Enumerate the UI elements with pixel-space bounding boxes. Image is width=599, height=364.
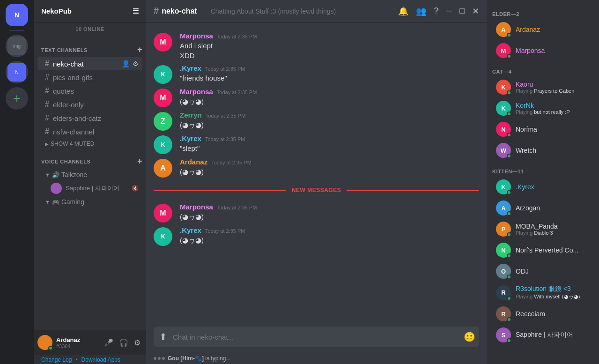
member-item-norfs-perverted[interactable]: N Norf's Perverted Co... (490, 240, 595, 260)
user-settings-button[interactable]: ⚙ (132, 336, 142, 349)
add-text-channel-button[interactable]: + (137, 45, 142, 55)
avatar: A (154, 159, 172, 178)
member-item-kaoru[interactable]: K Kaoru Playing Prayers to Gaben (490, 77, 595, 97)
message-author[interactable]: Marponsa (180, 88, 213, 96)
chat-input[interactable] (173, 328, 460, 346)
voice-user-sapphire[interactable]: Sapphire | 사파이어 🔇 (37, 181, 142, 195)
avatar: K (154, 65, 172, 84)
download-apps-link[interactable]: Download Apps (81, 357, 120, 363)
bell-icon[interactable]: 🔔 (398, 6, 408, 16)
voice-channel-label: Talkzone (61, 171, 87, 178)
help-icon[interactable]: ? (434, 6, 438, 16)
channel-item-quotes[interactable]: # quotes (37, 84, 142, 97)
voice-icon: 🔊 (52, 171, 59, 178)
channel-item-nsfw-channel[interactable]: # nsfw-channel (37, 125, 142, 138)
members-section-cat: CAT—4 (487, 61, 599, 76)
member-name: Norf's Perverted Co... (516, 246, 590, 254)
member-item-r3solution[interactable]: R R3solution 眼鏡 <3 Playing With myself (… (490, 282, 595, 303)
message-content: .Kyrex Today at 2:35 PM "slept" (180, 134, 479, 154)
member-info: Wretch (516, 147, 590, 154)
current-user-avatar (37, 335, 52, 350)
message-header: Ardanaz Today at 2:35 PM (180, 158, 479, 166)
message-text: (◕ヮ◕) (180, 212, 479, 222)
server-menu-icon[interactable]: ☰ (133, 7, 139, 15)
member-item-odj[interactable]: O ODJ (490, 261, 595, 282)
add-voice-channel-button[interactable]: + (137, 156, 142, 166)
show-muted-label: SHOW 4 MUTED (51, 141, 94, 147)
voice-channels-header[interactable]: VOICE CHANNELS + (34, 149, 146, 168)
close-icon[interactable]: ✕ (472, 6, 479, 16)
new-messages-label: NEW MESSAGES (286, 187, 347, 193)
member-activity: Playing but not really :P (516, 109, 590, 115)
current-user-info: Ardanaz #3364 (56, 336, 98, 349)
message-group: M Marponsa Today at 2:35 PM (◕ヮ◕) (146, 86, 487, 109)
channel-item-elders-and-catz[interactable]: # elders-and-catz (37, 111, 142, 125)
member-item-sapphire[interactable]: S Sapphire | 사파이어 (490, 325, 595, 345)
message-content: Marponsa Today at 2:35 PM And i sleptXDD (180, 32, 479, 60)
message-author[interactable]: Zerryn (180, 111, 202, 119)
members-icon[interactable]: 👥 (416, 6, 426, 16)
invite-icon[interactable]: 👤 (122, 60, 130, 67)
member-info: Marponsa (516, 47, 590, 54)
member-avatar: N (496, 243, 511, 258)
channel-description: Chatting About Stuff :3 (mostly lewd thi… (205, 7, 336, 15)
channel-item-neko-chat[interactable]: # neko-chat 👤 ⚙ (37, 57, 142, 70)
member-item-wretch[interactable]: W Wretch (490, 140, 595, 161)
message-header: Marponsa Today at 2:35 PM (180, 88, 479, 96)
member-item-arzogan[interactable]: A Arzogan (490, 198, 595, 218)
message-author[interactable]: .Kyrex (180, 64, 201, 72)
member-item-kornk[interactable]: K KorNk Playing but not really :P (490, 98, 595, 119)
change-log-link[interactable]: Change Log (41, 357, 72, 363)
voice-channel-label: Gaming (61, 198, 84, 206)
divider-line-left (154, 190, 286, 191)
message-header: .Kyrex Today at 2:35 PM (180, 226, 479, 234)
chat-messages: M Marponsa Today at 2:35 PM And i sleptX… (146, 22, 487, 327)
deafen-button[interactable]: 🎧 (117, 336, 130, 349)
header-icons: 🔔 👥 ? ─ □ ✕ (398, 6, 479, 16)
channel-name: elders-and-catz (53, 114, 101, 122)
member-item-ardanaz[interactable]: A Ardanaz (490, 19, 595, 40)
server-name-bar[interactable]: NekoPub ☰ (34, 0, 146, 22)
server-icon-2[interactable]: N (6, 61, 28, 83)
add-server-button[interactable]: + (6, 87, 28, 110)
status-dot (507, 211, 511, 216)
member-avatar: P (496, 222, 511, 237)
text-channels-header[interactable]: TEXT CHANNELS + (34, 37, 146, 57)
member-item-kyrex[interactable]: K .Kyrex (490, 177, 595, 197)
mute-button[interactable]: 🎤 (102, 336, 115, 349)
members-section-kitten: KITTEN—11 (487, 161, 599, 176)
voice-channel-gaming[interactable]: ▼ 🎮 Gaming (37, 196, 142, 208)
voice-user-name: Sapphire | 사파이어 (66, 184, 119, 193)
channel-item-pics-and-gifs[interactable]: # pics-and-gifs (37, 71, 142, 84)
member-item-reeceiam[interactable]: R Reeceiam (490, 304, 595, 324)
member-avatar: A (496, 201, 511, 215)
member-avatar: M (496, 43, 511, 58)
message-author[interactable]: .Kyrex (180, 134, 201, 142)
voice-channel-talkzone[interactable]: ▼ 🔊 Talkzone (37, 169, 142, 181)
chat-input-area: ⬆ 🙂 (146, 327, 487, 355)
message-text: And i sleptXDD (180, 41, 479, 60)
minimize-icon[interactable]: ─ (446, 6, 452, 16)
message-author[interactable]: Ardanaz (180, 158, 207, 166)
server-icon-nekopub[interactable]: N (6, 4, 28, 26)
server-icon-1[interactable]: img (6, 35, 28, 57)
show-muted-button[interactable]: ▶ SHOW 4 MUTED (37, 139, 142, 149)
message-group: M Marponsa Today at 2:35 PM And i sleptX… (146, 30, 487, 62)
channel-item-elder-only[interactable]: # elder-only (37, 98, 142, 111)
member-item-marponsa[interactable]: M Marponsa (490, 40, 595, 61)
member-name: MOBA_Panda (516, 223, 590, 230)
settings-icon[interactable]: ⚙ (133, 60, 139, 67)
channel-name: elder-only (53, 101, 84, 109)
member-avatar: O (496, 264, 511, 279)
member-item-moba-panda[interactable]: P MOBA_Panda Playing Diablo 3 (490, 219, 595, 239)
maximize-icon[interactable]: □ (459, 6, 465, 16)
channel-hash-icon: # (45, 59, 49, 68)
member-item-norfma[interactable]: N Norfma (490, 119, 595, 140)
message-author[interactable]: .Kyrex (180, 226, 201, 234)
channel-hash-icon: # (45, 100, 49, 109)
upload-button[interactable]: ⬆ (157, 327, 169, 347)
message-author[interactable]: Marponsa (180, 203, 213, 211)
emoji-button[interactable]: 🙂 (464, 331, 475, 342)
message-timestamp: Today at 2:35 PM (206, 113, 246, 119)
message-author[interactable]: Marponsa (180, 32, 213, 40)
